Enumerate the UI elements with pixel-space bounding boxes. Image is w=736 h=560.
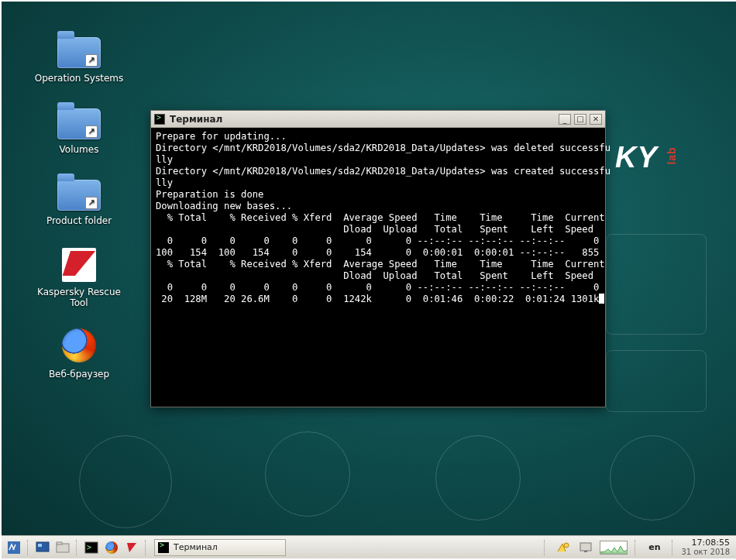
firefox-icon (105, 541, 118, 554)
svg-point-8 (564, 543, 569, 548)
terminal-icon (158, 542, 169, 553)
desktop-icon-label: Веб-браузер (33, 369, 126, 380)
desktop-icon-volumes[interactable]: ↗ Volumes (33, 104, 126, 155)
taskbar-entry-label: Терминал (174, 542, 218, 552)
terminal-title: Терминал (170, 114, 559, 125)
terminal-launcher-button[interactable]: > (82, 539, 101, 556)
desktop-icon-operation-systems[interactable]: ↗ Operation Systems (33, 33, 126, 84)
taskbar-entry-terminal[interactable]: Терминал (154, 539, 286, 556)
maximize-button[interactable]: □ (574, 114, 586, 125)
svg-rect-4 (57, 542, 62, 545)
kaspersky-launcher-button[interactable] (122, 539, 141, 556)
terminal-window[interactable]: Терминал _ □ ✕ Prepare for updating... D… (150, 110, 606, 407)
minimize-button[interactable]: _ (559, 114, 571, 125)
start-menu-button[interactable] (5, 539, 23, 556)
clock-date: 31 окт 2018 (681, 548, 730, 557)
firefox-launcher-button[interactable] (102, 539, 121, 556)
separator (27, 540, 29, 555)
desktop-icon-label: Kaspersky Rescue Tool (33, 287, 126, 308)
svg-rect-10 (584, 551, 587, 552)
svg-rect-9 (580, 543, 591, 551)
svg-text:>: > (87, 543, 91, 551)
terminal-output[interactable]: Prepare for updating... Directory </mnt/… (151, 128, 605, 407)
close-button[interactable]: ✕ (590, 114, 602, 125)
network-tray-icon[interactable] (553, 539, 572, 556)
desktop-icon-product-folder[interactable]: ↗ Product folder (33, 175, 126, 226)
desktop-icon-label: Product folder (33, 215, 126, 226)
display-tray-icon[interactable] (576, 539, 595, 556)
file-manager-button[interactable] (53, 539, 72, 556)
desktop[interactable]: KYlab ↗ Operation Systems ↗ Volumes ↗ Pr… (2, 2, 736, 538)
clock-time: 17:08:55 (681, 538, 730, 548)
separator (672, 540, 674, 555)
desktop-icon-label: Volumes (33, 144, 126, 155)
terminal-icon (154, 114, 165, 125)
wallpaper-logo: KYlab (615, 141, 676, 174)
desktop-icon-web-browser[interactable]: Веб-браузер (33, 328, 126, 380)
clock[interactable]: 17:08:55 31 окт 2018 (681, 538, 734, 557)
kaspersky-icon (62, 248, 96, 282)
show-desktop-button[interactable] (33, 539, 52, 556)
separator (76, 540, 78, 555)
keyboard-layout-indicator[interactable]: en (644, 542, 665, 552)
desktop-icon-kaspersky-rescue-tool[interactable]: Kaspersky Rescue Tool (33, 246, 126, 308)
taskbar[interactable]: > Терминал en 17:08:55 31 окт 2018 (2, 535, 736, 558)
terminal-titlebar[interactable]: Терминал _ □ ✕ (151, 111, 605, 128)
svg-rect-3 (57, 544, 69, 552)
separator (635, 540, 637, 555)
desktop-icon-label: Operation Systems (33, 73, 126, 84)
cpu-graph[interactable] (600, 541, 628, 555)
separator (544, 540, 546, 555)
separator (145, 540, 147, 555)
svg-rect-2 (38, 544, 42, 547)
svg-marker-7 (127, 543, 136, 552)
firefox-icon (62, 328, 96, 362)
